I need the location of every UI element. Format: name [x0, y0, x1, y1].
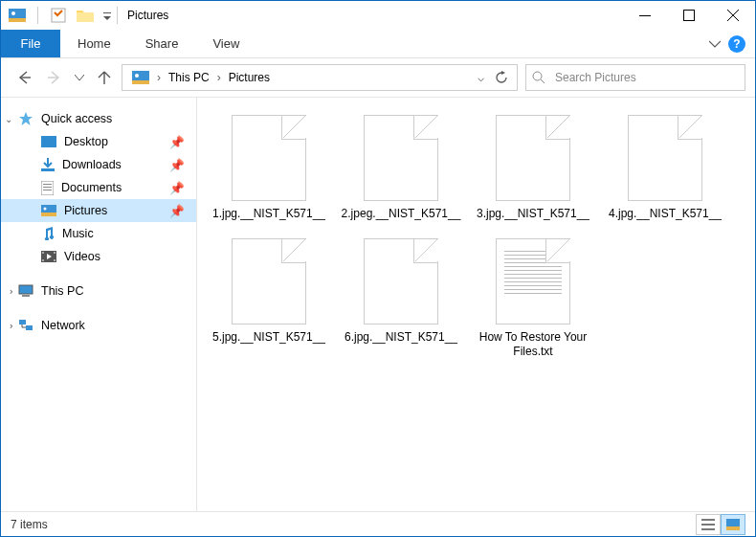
blank-file-icon	[232, 115, 306, 201]
file-name: 5.jpg.__NIST_K571__	[212, 330, 325, 345]
help-icon[interactable]: ?	[728, 35, 745, 53]
file-item[interactable]: How To Restore Your Files.txt	[467, 238, 599, 359]
svg-rect-27	[22, 295, 30, 297]
app-icon	[7, 5, 28, 26]
tab-share[interactable]: Share	[128, 30, 196, 57]
address-bar[interactable]: › This PC › Pictures ⌵	[122, 64, 518, 91]
expand-caret-icon[interactable]: ⌄	[4, 322, 14, 329]
explorer-window: Pictures File Home Share View ? › This P…	[0, 0, 756, 537]
file-item[interactable]: 3.jpg.__NIST_K571__	[467, 115, 599, 221]
pin-icon: 📌	[169, 135, 185, 149]
ribbon: File Home Share View ?	[1, 30, 755, 58]
sidebar-label: Videos	[64, 250, 100, 263]
divider	[37, 7, 38, 24]
view-switcher	[696, 514, 745, 535]
new-folder-icon[interactable]	[75, 5, 96, 26]
pc-icon	[18, 284, 33, 298]
navbar: › This PC › Pictures ⌵	[1, 58, 755, 97]
maximize-button[interactable]	[667, 1, 711, 30]
svg-rect-7	[684, 11, 695, 21]
file-name: 3.jpg.__NIST_K571__	[477, 207, 589, 221]
tab-view[interactable]: View	[195, 30, 256, 57]
file-tab-label: File	[21, 36, 41, 51]
svg-rect-17	[43, 190, 52, 190]
chevron-right-icon[interactable]: ›	[217, 71, 221, 84]
blank-file-icon	[364, 115, 438, 201]
sidebar-label: Network	[41, 319, 85, 332]
tab-home[interactable]: Home	[60, 30, 128, 57]
tab-label: Share	[145, 36, 179, 51]
blank-file-icon	[364, 238, 438, 324]
quick-access-toolbar	[7, 5, 113, 26]
pin-icon: 📌	[169, 158, 185, 172]
file-item[interactable]: 2.jpeg.__NIST_K571__	[335, 115, 467, 221]
search-icon	[532, 71, 545, 84]
file-item[interactable]: 6.jpg.__NIST_K571__	[335, 238, 467, 359]
thumbnails-view-button[interactable]	[721, 514, 745, 535]
svg-point-10	[135, 74, 139, 78]
file-item[interactable]: 5.jpg.__NIST_K571__	[203, 238, 335, 359]
svg-rect-28	[19, 320, 26, 324]
breadcrumb-pictures[interactable]: Pictures	[223, 71, 276, 84]
svg-rect-1	[9, 18, 26, 22]
star-icon	[18, 111, 33, 126]
file-tab[interactable]: File	[1, 30, 60, 57]
nav-pane: ⌄ Quick access Desktop 📌 Downloads 📌 Doc	[1, 98, 197, 511]
forward-button[interactable]	[41, 64, 68, 91]
sidebar-item-desktop[interactable]: Desktop 📌	[1, 130, 196, 153]
refresh-button[interactable]	[490, 71, 513, 84]
file-pane[interactable]: 1.jpg.__NIST_K571__2.jpeg.__NIST_K571__3…	[197, 98, 755, 511]
file-name: 2.jpeg.__NIST_K571__	[342, 207, 461, 221]
minimize-button[interactable]	[623, 1, 667, 30]
properties-icon[interactable]	[48, 5, 69, 26]
blank-file-icon	[496, 115, 570, 201]
sidebar-item-music[interactable]: Music	[1, 222, 196, 245]
sidebar-label: This PC	[41, 284, 83, 298]
documents-icon	[41, 181, 54, 195]
file-item[interactable]: 4.jpg.__NIST_K571__	[599, 115, 731, 221]
close-button[interactable]	[711, 1, 755, 30]
svg-point-11	[533, 72, 542, 80]
item-count: 7 items	[11, 518, 48, 531]
sidebar-network[interactable]: ⌄ Network	[1, 314, 196, 337]
network-icon	[18, 319, 33, 332]
files-grid: 1.jpg.__NIST_K571__2.jpeg.__NIST_K571__3…	[203, 115, 749, 376]
sidebar-label: Music	[62, 227, 94, 240]
chevron-right-icon[interactable]: ›	[157, 71, 161, 84]
svg-rect-24	[54, 252, 56, 254]
recent-dropdown-icon[interactable]	[72, 64, 87, 91]
crumb-label: This PC	[168, 71, 210, 84]
file-name: How To Restore Your Files.txt	[473, 330, 593, 359]
sidebar-label: Pictures	[64, 204, 107, 217]
music-icon	[41, 227, 55, 240]
details-view-button[interactable]	[696, 514, 721, 535]
sidebar-this-pc[interactable]: ⌄ This PC	[1, 280, 196, 302]
sidebar-item-documents[interactable]: Documents 📌	[1, 176, 196, 199]
sidebar-quick-access[interactable]: ⌄ Quick access	[1, 107, 196, 130]
sidebar-item-downloads[interactable]: Downloads 📌	[1, 153, 196, 176]
svg-point-2	[11, 11, 15, 15]
svg-rect-30	[701, 519, 715, 521]
up-button[interactable]	[91, 64, 118, 91]
expand-ribbon-icon[interactable]	[709, 38, 721, 50]
sidebar-item-videos[interactable]: Videos	[1, 245, 196, 268]
file-name: 1.jpg.__NIST_K571__	[212, 207, 325, 221]
file-item[interactable]: 1.jpg.__NIST_K571__	[203, 115, 335, 221]
qat-dropdown-icon[interactable]	[101, 5, 113, 26]
sidebar-item-pictures[interactable]: Pictures 📌	[1, 199, 196, 222]
address-dropdown-icon[interactable]: ⌵	[472, 71, 490, 84]
breadcrumb-this-pc[interactable]: This PC	[163, 71, 215, 84]
search-input[interactable]	[553, 70, 739, 85]
svg-rect-32	[701, 528, 715, 530]
svg-rect-29	[26, 325, 33, 330]
expand-caret-icon[interactable]: ⌄	[4, 287, 14, 295]
back-button[interactable]	[11, 64, 37, 91]
search-box[interactable]	[525, 64, 745, 91]
pin-icon: 📌	[169, 204, 185, 218]
svg-rect-15	[43, 184, 52, 185]
svg-rect-25	[54, 259, 56, 261]
expand-caret-icon[interactable]: ⌄	[5, 114, 12, 124]
videos-icon	[41, 251, 56, 262]
tab-label: View	[212, 36, 239, 51]
svg-rect-13	[41, 168, 55, 171]
